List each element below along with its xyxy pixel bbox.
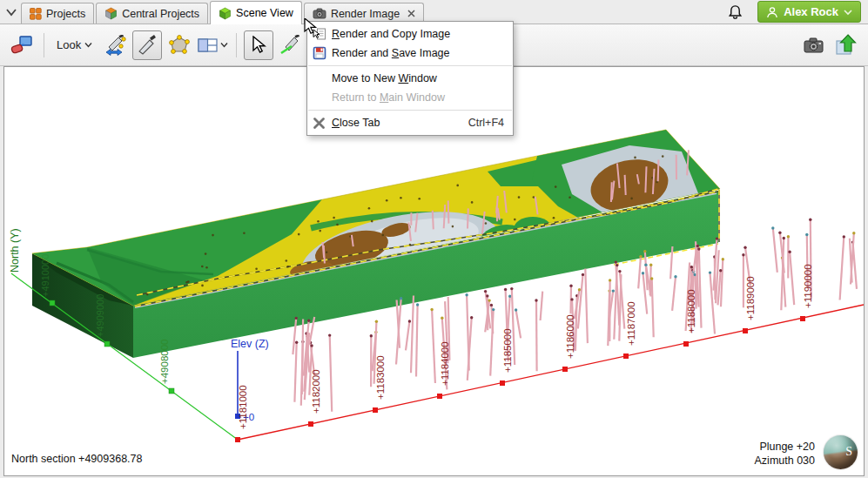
draw-slicer-line-icon [279,35,302,56]
slicer-tool-button[interactable] [132,30,162,60]
clear-scene-icon [10,35,33,56]
orientation-readout: Plunge +20 Azimuth 030 [755,440,815,468]
central-cube-icon [104,7,118,20]
person-icon [766,6,778,18]
render-save-icon [313,46,332,60]
clear-scene-button[interactable] [7,30,37,60]
select-cursor-icon [249,36,268,55]
azimuth-label: Azimuth 030 [755,454,815,468]
render-image-button[interactable] [799,30,829,60]
menu-item-return-to-main-window: Return to Main Window [307,88,513,107]
elev-axis-label: Elev (Z) [231,338,269,350]
menu-item-render-save-image[interactable]: Render and Save Image [307,44,513,63]
menu-item-close-tab[interactable]: Close Tab Ctrl+F4 [307,113,513,132]
svg-text:+1188000: +1188000 [686,289,696,333]
tab-label: Central Projects [122,8,199,20]
svg-text:+1182000: +1182000 [311,369,321,414]
application-window: Projects Central Projects Scene View [0,0,868,478]
draw-slicer-line-button[interactable] [276,30,306,60]
chevron-down-icon [84,42,92,48]
projects-grid-icon [30,8,42,20]
tab-label: Projects [46,8,85,20]
look-dropdown[interactable]: Look [51,31,98,59]
svg-text:+1181000: +1181000 [238,385,248,429]
svg-text:+1189000: +1189000 [745,276,756,320]
edit-slicer-button[interactable] [165,30,194,60]
svg-text:+1187000: +1187000 [626,301,636,346]
scene-cube-icon [219,7,232,20]
svg-text:+4908000: +4908000 [159,340,170,385]
look-label: Look [57,38,81,51]
tab-scene-view[interactable]: Scene View [210,1,302,24]
move-slicer-icon [104,35,126,56]
chevron-down-icon [844,9,852,16]
slicer-knife-icon [137,35,158,56]
svg-text:+1185000: +1185000 [502,328,513,373]
user-name: Alex Rock [784,5,838,18]
tab-label: Scene View [236,7,293,19]
svg-text:+1190000: +1190000 [803,264,813,308]
svg-text:+1186000: +1186000 [565,314,575,359]
svg-text:+1184000: +1184000 [440,341,450,386]
user-account-button[interactable]: Alex Rock [757,1,861,23]
close-tab-icon[interactable] [407,10,415,17]
slice-polygon-icon [169,35,190,56]
render-copy-icon [313,27,332,41]
plunge-label: Plunge +20 [755,440,815,454]
tab-projects[interactable]: Projects [21,3,94,24]
menu-separator [308,110,512,111]
notifications-bell-icon[interactable] [727,3,744,21]
move-slicer-button[interactable] [100,30,130,60]
menu-shortcut: Ctrl+F4 [468,117,504,129]
tab-label: Render Image [331,8,400,20]
north-axis-label: North (Y) [9,228,21,273]
chevron-down-icon [220,42,228,48]
toolbar-separator [236,33,237,57]
camera-icon [313,8,326,19]
tabbar-right-group: Alex Rock [727,1,863,23]
upload-arrow-icon [835,34,858,57]
split-view-button[interactable] [197,30,229,60]
svg-text:+4909000: +4909000 [95,294,105,337]
svg-text:+1183000: +1183000 [375,355,386,400]
compass-south-letter: S [845,445,852,459]
tab-overflow-button[interactable] [2,3,21,22]
select-tool-button[interactable] [244,30,273,60]
close-tab-icon [313,117,332,130]
toolbar-separator [44,33,44,57]
menu-item-render-copy-image[interactable]: Render and Copy Image [307,24,513,44]
tab-central-projects[interactable]: Central Projects [96,3,208,24]
orientation-compass-globe[interactable]: S [824,435,858,469]
menu-item-move-to-new-window[interactable]: Move to New Window [307,69,513,88]
tab-context-menu: Render and Copy Image Render and Save Im… [306,21,514,136]
camera-icon [804,37,824,54]
svg-text:+4910000: +4910000 [40,254,50,297]
publish-to-central-button[interactable] [831,30,861,60]
menu-separator [308,65,512,66]
chevron-down-icon [5,7,17,17]
split-view-icon [198,37,219,54]
section-status-label: North section +4909368.78 [11,453,142,465]
